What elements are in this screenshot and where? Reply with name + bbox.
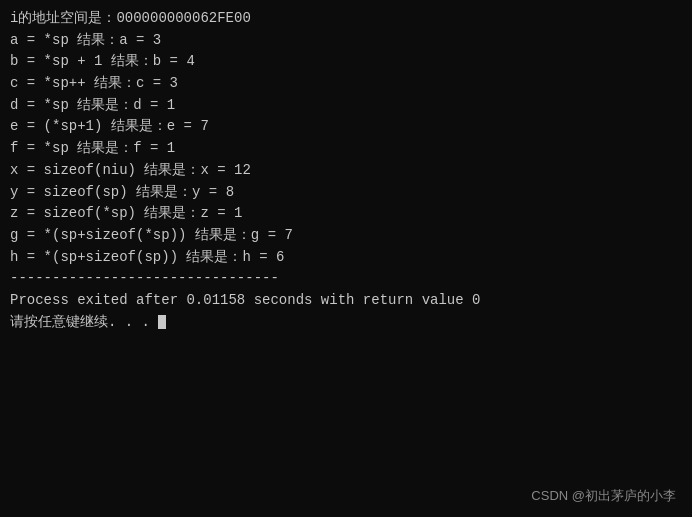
- terminal-window: i的地址空间是：000000000062FE00 a = *sp 结果：a = …: [0, 0, 692, 517]
- line-h: h = *(sp+sizeof(sp)) 结果是：h = 6: [10, 247, 682, 269]
- line-f: f = *sp 结果是：f = 1: [10, 138, 682, 160]
- line-a: a = *sp 结果：a = 3: [10, 30, 682, 52]
- divider-line: --------------------------------: [10, 268, 682, 290]
- watermark: CSDN @初出茅庐的小李: [531, 487, 676, 505]
- line-d: d = *sp 结果是：d = 1: [10, 95, 682, 117]
- line-g: g = *(sp+sizeof(*sp)) 结果是：g = 7: [10, 225, 682, 247]
- line-x: x = sizeof(niu) 结果是：x = 12: [10, 160, 682, 182]
- process-exit-line: Process exited after 0.01158 seconds wit…: [10, 290, 682, 312]
- line-c: c = *sp++ 结果：c = 3: [10, 73, 682, 95]
- line-e: e = (*sp+1) 结果是：e = 7: [10, 116, 682, 138]
- address-line: i的地址空间是：000000000062FE00: [10, 8, 682, 30]
- line-b: b = *sp + 1 结果：b = 4: [10, 51, 682, 73]
- line-z: z = sizeof(*sp) 结果是：z = 1: [10, 203, 682, 225]
- cursor-icon: [158, 315, 166, 329]
- line-y: y = sizeof(sp) 结果是：y = 8: [10, 182, 682, 204]
- prompt-line: 请按任意键继续. . .: [10, 312, 682, 334]
